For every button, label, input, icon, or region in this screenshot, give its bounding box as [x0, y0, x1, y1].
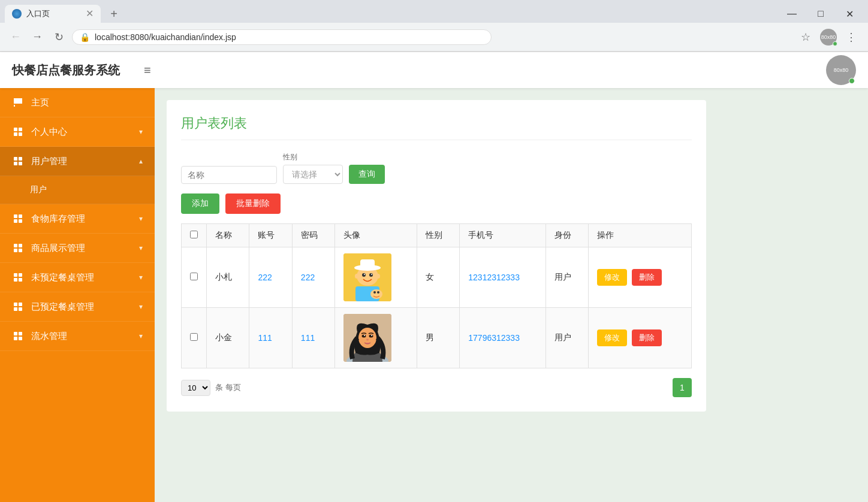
- row1-delete-button[interactable]: 删除: [632, 269, 662, 286]
- sidebar-label-goods: 商品展示管理: [31, 243, 139, 254]
- row1-check: [182, 247, 207, 308]
- row2-avatar-cell: [335, 308, 417, 368]
- th-phone: 手机号: [460, 224, 546, 247]
- svg-rect-1: [14, 105, 15, 107]
- new-tab-button[interactable]: +: [106, 5, 122, 22]
- menu-button[interactable]: ⋮: [842, 28, 861, 47]
- sidebar-item-unreserved[interactable]: 未预定餐桌管理 ▾: [0, 263, 155, 292]
- sidebar-item-food-mgmt[interactable]: 食物库存管理 ▾: [0, 204, 155, 234]
- row2-checkbox[interactable]: [190, 333, 198, 341]
- page-1-button[interactable]: 1: [673, 378, 692, 397]
- svg-point-22: [369, 335, 373, 338]
- pagination-row: 10 20 50 条 每页 1: [181, 378, 692, 397]
- online-indicator: [849, 78, 855, 84]
- maximize-button[interactable]: □: [807, 5, 834, 23]
- url-bar[interactable]: 🔒 localhost:8080/kuaichandian/index.jsp: [72, 29, 492, 45]
- row2-delete-button[interactable]: 删除: [632, 329, 662, 346]
- sidebar-item-user-mgmt[interactable]: 用户管理 ▴: [0, 147, 155, 176]
- svg-point-9: [364, 274, 365, 275]
- gender-select[interactable]: 请选择 男 女: [283, 165, 343, 184]
- row1-phone: 12312312333: [460, 247, 546, 308]
- tab-favicon: [12, 9, 22, 19]
- page-size-select[interactable]: 10 20 50: [181, 380, 210, 396]
- row1-phone-link[interactable]: 12312312333: [468, 273, 520, 282]
- row1-password-link[interactable]: 222: [301, 273, 315, 282]
- search-button[interactable]: 查询: [349, 165, 385, 184]
- row2-password-link[interactable]: 111: [301, 333, 315, 343]
- header-avatar[interactable]: 80x80: [826, 55, 856, 85]
- grid-icon-user-mgmt: [12, 155, 24, 167]
- row2-phone-link[interactable]: 17796312333: [468, 333, 520, 343]
- row2-name: 小金: [207, 308, 249, 368]
- sidebar-item-goods-mgmt[interactable]: 商品展示管理 ▾: [0, 234, 155, 263]
- arrow-goods: ▾: [139, 244, 143, 252]
- avatar-status-dot: [833, 41, 837, 46]
- gender-label: 性别: [283, 152, 343, 162]
- row2-account-link[interactable]: 111: [258, 333, 272, 343]
- th-name: 名称: [207, 224, 249, 247]
- sidebar: 主页 个人中心 ▾ 用户管理 ▴ 用户: [0, 88, 155, 502]
- row2-phone: 17796312333: [460, 308, 546, 368]
- grid-icon-reserved: [12, 301, 24, 313]
- grid-icon-personal: [12, 126, 24, 138]
- sidebar-item-home[interactable]: 主页: [0, 88, 155, 117]
- svg-point-8: [369, 273, 373, 277]
- hamburger-button[interactable]: ≡: [144, 63, 151, 77]
- minimize-button[interactable]: —: [778, 5, 806, 23]
- action-row: 添加 批量删除: [181, 193, 692, 214]
- sidebar-label-personal: 个人中心: [31, 126, 139, 138]
- sidebar-item-flow[interactable]: 流水管理 ▾: [0, 322, 155, 351]
- row1-action: 修改 删除: [589, 247, 692, 308]
- grid-icon-flow: [12, 330, 24, 342]
- arrow-flow: ▾: [139, 332, 143, 340]
- sidebar-label-user: 用户: [30, 185, 143, 195]
- active-tab[interactable]: 入口页 ✕: [5, 5, 101, 23]
- name-search-input[interactable]: [181, 166, 277, 184]
- arrow-unreserved: ▾: [139, 273, 143, 282]
- back-button[interactable]: ←: [7, 29, 24, 46]
- add-button[interactable]: 添加: [181, 193, 219, 214]
- main-card: 用户表列表 性别 请选择 男 女 查询: [167, 100, 706, 412]
- th-actions: 操作: [589, 224, 692, 247]
- svg-point-12: [376, 274, 380, 279]
- sidebar-item-personal[interactable]: 个人中心 ▾: [0, 117, 155, 147]
- row1-account: 222: [249, 247, 292, 308]
- forward-button[interactable]: →: [29, 29, 46, 46]
- chrome-avatar-text: 80x80: [821, 34, 836, 40]
- arrow-reserved: ▾: [139, 303, 143, 311]
- batch-delete-button[interactable]: 批量删除: [225, 193, 281, 214]
- sidebar-label-user-mgmt: 用户管理: [31, 156, 139, 167]
- address-bar-right: ☆ 80x80 ⋮: [796, 28, 861, 47]
- row2-edit-button[interactable]: 修改: [597, 329, 627, 346]
- arrow-food: ▾: [139, 214, 143, 223]
- chrome-user-avatar[interactable]: 80x80: [820, 29, 837, 46]
- tab-close-button[interactable]: ✕: [81, 9, 94, 19]
- close-button[interactable]: ✕: [836, 5, 863, 23]
- search-row: 性别 请选择 男 女 查询: [181, 152, 692, 184]
- table-row: 小金 111 111: [182, 308, 692, 368]
- svg-point-24: [371, 335, 372, 336]
- table-body: 小札 222 222: [182, 247, 692, 368]
- th-role: 身份: [545, 224, 588, 247]
- arrow-personal: ▾: [139, 128, 143, 136]
- name-search-field: [181, 166, 277, 184]
- sidebar-item-user[interactable]: 用户: [0, 176, 155, 204]
- row2-avatar: [343, 314, 391, 362]
- bookmark-button[interactable]: ☆: [796, 28, 815, 47]
- row2-gender: 男: [417, 308, 459, 368]
- svg-point-21: [362, 335, 366, 338]
- svg-point-10: [371, 274, 372, 275]
- refresh-button[interactable]: ↻: [50, 29, 67, 46]
- row1-edit-button[interactable]: 修改: [597, 269, 627, 286]
- table-header-row: 名称 账号 密码 头像 性别 手机号 身份 操作: [182, 224, 692, 247]
- th-avatar: 头像: [335, 224, 417, 247]
- row1-role: 用户: [545, 247, 588, 308]
- row1-account-link[interactable]: 222: [258, 273, 272, 282]
- gender-search-field: 性别 请选择 男 女: [283, 152, 343, 184]
- row1-checkbox[interactable]: [190, 273, 198, 280]
- svg-point-23: [364, 335, 365, 336]
- sidebar-item-reserved[interactable]: 已预定餐桌管理 ▾: [0, 292, 155, 322]
- sidebar-label-unreserved: 未预定餐桌管理: [31, 272, 139, 283]
- browser-chrome: 入口页 ✕ + — □ ✕ ← → ↻ 🔒 localhost:8080/kua…: [0, 0, 868, 52]
- select-all-checkbox[interactable]: [190, 231, 198, 238]
